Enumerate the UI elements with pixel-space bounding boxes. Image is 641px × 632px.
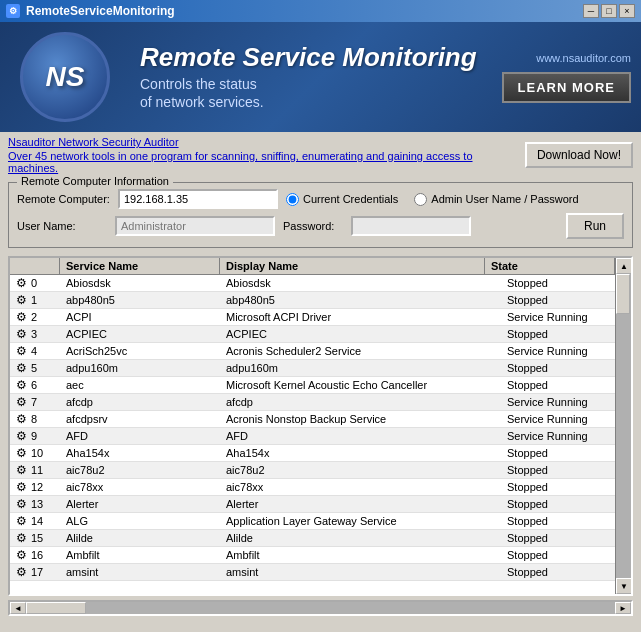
- gear-icon: ⚙: [16, 446, 27, 460]
- cell-num: ⚙4: [10, 343, 60, 359]
- table-row[interactable]: ⚙0AbiosdskAbiosdskStopped: [10, 275, 631, 292]
- learn-more-button[interactable]: LEARN MORE: [502, 72, 631, 103]
- col-display-name: Display Name: [220, 258, 485, 274]
- cell-state: Stopped: [501, 292, 631, 308]
- scroll-down-button[interactable]: ▼: [616, 578, 632, 594]
- cell-state: Service Running: [501, 309, 631, 325]
- gear-icon: ⚙: [16, 480, 27, 494]
- cell-service-name: AFD: [60, 428, 220, 444]
- cell-num: ⚙11: [10, 462, 60, 478]
- banner-text: Remote Service Monitoring Controls the s…: [130, 33, 492, 122]
- service-table-container: Service Name Display Name State ⚙0Abiosd…: [8, 256, 633, 596]
- admin-credentials-label[interactable]: Admin User Name / Password: [414, 193, 578, 206]
- download-button[interactable]: Download Now!: [525, 142, 633, 168]
- cell-num: ⚙8: [10, 411, 60, 427]
- gear-icon: ⚙: [16, 514, 27, 528]
- gear-icon: ⚙: [16, 497, 27, 511]
- gear-icon: ⚙: [16, 310, 27, 324]
- cell-state: Stopped: [501, 564, 631, 580]
- cell-display-name: adpu160m: [220, 360, 501, 376]
- table-row[interactable]: ⚙6aecMicrosoft Kernel Acoustic Echo Canc…: [10, 377, 631, 394]
- scroll-track[interactable]: [616, 274, 631, 578]
- cell-service-name: AcriSch25vc: [60, 343, 220, 359]
- hscroll-left-button[interactable]: ◄: [10, 602, 26, 614]
- run-button[interactable]: Run: [566, 213, 624, 239]
- gear-icon: ⚙: [16, 378, 27, 392]
- remote-computer-input[interactable]: [118, 189, 278, 209]
- window-title: RemoteServiceMonitoring: [26, 4, 175, 18]
- hscroll-right-button[interactable]: ►: [615, 602, 631, 614]
- cell-display-name: Abiosdsk: [220, 275, 501, 291]
- cell-service-name: aic78u2: [60, 462, 220, 478]
- table-row[interactable]: ⚙15AlildeAlildeStopped: [10, 530, 631, 547]
- cell-display-name: aic78u2: [220, 462, 501, 478]
- title-bar-left: ⚙ RemoteServiceMonitoring: [6, 4, 175, 18]
- table-row[interactable]: ⚙3ACPIECACPIECStopped: [10, 326, 631, 343]
- col-num: [10, 258, 60, 274]
- hscroll-thumb[interactable]: [26, 602, 86, 614]
- cell-service-name: aec: [60, 377, 220, 393]
- table-row[interactable]: ⚙9AFDAFDService Running: [10, 428, 631, 445]
- gear-icon: ⚙: [16, 548, 27, 562]
- ns-logo: NS: [20, 32, 110, 122]
- password-input[interactable]: [351, 216, 471, 236]
- gear-icon: ⚙: [16, 463, 27, 477]
- table-body[interactable]: ⚙0AbiosdskAbiosdskStopped⚙1abp480n5abp48…: [10, 275, 631, 589]
- minimize-button[interactable]: ─: [583, 4, 599, 18]
- cell-num: ⚙17: [10, 564, 60, 580]
- cell-num: ⚙3: [10, 326, 60, 342]
- website-text: www.nsauditor.com: [536, 52, 631, 64]
- hscroll-track[interactable]: [26, 602, 615, 614]
- cell-service-name: ALG: [60, 513, 220, 529]
- admin-credentials-radio[interactable]: [414, 193, 427, 206]
- user-name-input[interactable]: [115, 216, 275, 236]
- banner-subtitle: Controls the status of network services.: [140, 75, 482, 111]
- cell-state: Stopped: [501, 377, 631, 393]
- cell-service-name: Abiosdsk: [60, 275, 220, 291]
- scroll-up-button[interactable]: ▲: [616, 258, 632, 274]
- remote-computer-group: Remote Computer Information Remote Compu…: [8, 182, 633, 248]
- table-row[interactable]: ⚙4AcriSch25vcAcronis Scheduler2 ServiceS…: [10, 343, 631, 360]
- gear-icon: ⚙: [16, 327, 27, 341]
- cell-state: Stopped: [501, 547, 631, 563]
- table-row[interactable]: ⚙14ALGApplication Layer Gateway ServiceS…: [10, 513, 631, 530]
- table-row[interactable]: ⚙16AmbfiltAmbfiltStopped: [10, 547, 631, 564]
- close-button[interactable]: ×: [619, 4, 635, 18]
- vertical-scrollbar[interactable]: ▲ ▼: [615, 258, 631, 594]
- table-row[interactable]: ⚙13AlerterAlerterStopped: [10, 496, 631, 513]
- toolbar-links: Nsauditor Network Security Auditor Over …: [8, 136, 525, 174]
- table-row[interactable]: ⚙11aic78u2aic78u2Stopped: [10, 462, 631, 479]
- cell-num: ⚙7: [10, 394, 60, 410]
- cell-display-name: Alerter: [220, 496, 501, 512]
- table-row[interactable]: ⚙1abp480n5abp480n5Stopped: [10, 292, 631, 309]
- nsauditor-link[interactable]: Nsauditor Network Security Auditor: [8, 136, 525, 148]
- cell-num: ⚙5: [10, 360, 60, 376]
- cell-display-name: Microsoft ACPI Driver: [220, 309, 501, 325]
- gear-icon: ⚙: [16, 361, 27, 375]
- cell-state: Service Running: [501, 428, 631, 444]
- cell-state: Stopped: [501, 479, 631, 495]
- cell-service-name: afcdp: [60, 394, 220, 410]
- table-row[interactable]: ⚙5adpu160madpu160mStopped: [10, 360, 631, 377]
- current-credentials-label[interactable]: Current Credentials: [286, 193, 398, 206]
- table-row[interactable]: ⚙10Aha154xAha154xStopped: [10, 445, 631, 462]
- cell-display-name: Microsoft Kernel Acoustic Echo Canceller: [220, 377, 501, 393]
- group-label: Remote Computer Information: [17, 175, 173, 187]
- banner-title: Remote Service Monitoring: [140, 43, 482, 72]
- table-row[interactable]: ⚙7afcdpafcdpService Running: [10, 394, 631, 411]
- scroll-thumb[interactable]: [616, 274, 630, 314]
- cell-num: ⚙6: [10, 377, 60, 393]
- table-row[interactable]: ⚙8afcdpsrvAcronis Nonstop Backup Service…: [10, 411, 631, 428]
- horizontal-scrollbar[interactable]: ◄ ►: [8, 600, 633, 616]
- table-row[interactable]: ⚙17amsintamsintStopped: [10, 564, 631, 581]
- table-row[interactable]: ⚙12aic78xxaic78xxStopped: [10, 479, 631, 496]
- cell-state: Stopped: [501, 326, 631, 342]
- gear-icon: ⚙: [16, 344, 27, 358]
- tools-link[interactable]: Over 45 network tools in one program for…: [8, 150, 525, 174]
- gear-icon: ⚙: [16, 276, 27, 290]
- table-row[interactable]: ⚙2ACPIMicrosoft ACPI DriverService Runni…: [10, 309, 631, 326]
- cell-num: ⚙10: [10, 445, 60, 461]
- cell-service-name: aic78xx: [60, 479, 220, 495]
- maximize-button[interactable]: □: [601, 4, 617, 18]
- current-credentials-radio[interactable]: [286, 193, 299, 206]
